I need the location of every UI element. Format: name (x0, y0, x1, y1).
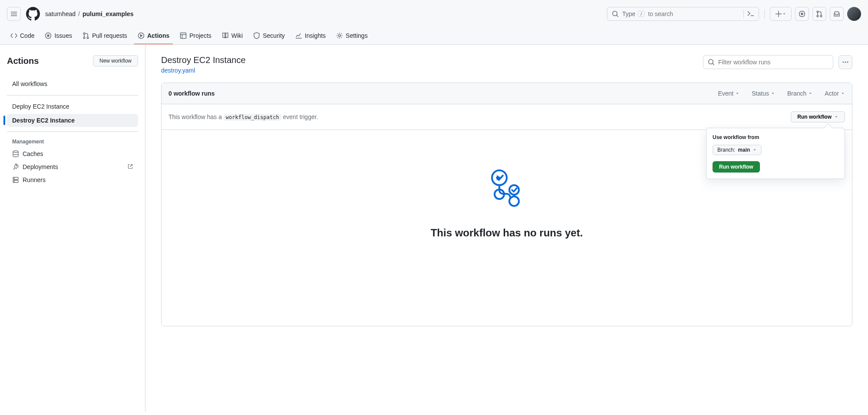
management-caches[interactable]: Caches (7, 147, 138, 160)
nav-pull-requests[interactable]: Pull requests (79, 28, 131, 44)
nav-code[interactable]: Code (7, 28, 38, 44)
svg-point-12 (339, 35, 341, 37)
caret-down-icon (808, 91, 812, 96)
create-new-button[interactable] (770, 7, 792, 21)
pull-request-icon (816, 10, 823, 17)
dispatch-code: workflow_dispatch (224, 114, 281, 121)
header-right: Type / (607, 7, 861, 21)
nav-wiki[interactable]: Wiki (218, 28, 246, 44)
svg-rect-11 (181, 33, 186, 39)
user-avatar[interactable] (847, 7, 861, 21)
notifications-button[interactable] (830, 7, 844, 21)
svg-point-4 (820, 15, 822, 17)
svg-point-24 (509, 196, 519, 206)
workflow-item-destroy[interactable]: Destroy EC2 Instance (7, 114, 138, 127)
branch-select[interactable]: Branch: main (713, 145, 762, 155)
svg-point-8 (83, 37, 85, 39)
empty-state-text: This workflow has no runs yet. (431, 227, 583, 239)
filter-actor[interactable]: Actor (825, 90, 845, 97)
pull-request-icon (83, 32, 89, 39)
svg-point-6 (47, 35, 49, 37)
run-workflow-submit[interactable]: Run workflow (713, 161, 760, 173)
filter-runs-box[interactable] (703, 55, 833, 69)
filter-event[interactable]: Event (718, 90, 739, 97)
filter-status[interactable]: Status (752, 90, 775, 97)
sidebar-header: Actions New workflow (7, 55, 138, 66)
command-palette-icon[interactable] (743, 10, 754, 18)
global-search[interactable]: Type / (607, 7, 759, 21)
management-heading: Management (7, 136, 138, 147)
sidebar: Actions New workflow All workflows Deplo… (0, 45, 145, 412)
plus-icon (775, 10, 782, 17)
book-icon (222, 32, 229, 39)
issues-button[interactable] (795, 7, 809, 21)
caret-down-icon (834, 115, 838, 119)
nav-actions[interactable]: Actions (134, 28, 173, 44)
nav-projects[interactable]: Projects (176, 28, 215, 44)
issue-icon (45, 32, 52, 39)
search-icon (612, 10, 619, 17)
inbox-icon (833, 10, 840, 17)
filter-branch[interactable]: Branch (787, 90, 812, 97)
caret-down-icon (841, 91, 845, 96)
svg-point-17 (14, 181, 14, 182)
github-mark-icon (26, 7, 40, 21)
nav-insights[interactable]: Insights (292, 28, 329, 44)
app-header: saturnhead / pulumi_examples Type / (0, 0, 868, 28)
code-icon (10, 32, 17, 39)
external-link-icon (128, 163, 133, 170)
runs-count: 0 workflow runs (168, 90, 215, 97)
nav-issues[interactable]: Issues (41, 28, 75, 44)
caret-down-icon (771, 91, 775, 96)
sidebar-divider (7, 95, 138, 96)
svg-point-3 (817, 15, 818, 17)
divider (764, 10, 765, 18)
nav-settings[interactable]: Settings (333, 28, 371, 44)
nav-security[interactable]: Security (250, 28, 288, 44)
github-logo[interactable] (26, 7, 40, 21)
repo-nav: Code Issues Pull requests Actions Projec… (0, 28, 868, 45)
filter-bar: Event Status Branch Actor (718, 90, 845, 97)
filter-runs-input[interactable] (718, 59, 828, 66)
caret-down-icon (782, 12, 786, 16)
runs-header: 0 workflow runs Event Status Branch (162, 83, 852, 104)
svg-point-13 (13, 151, 18, 153)
repo-link[interactable]: pulumi_examples (83, 10, 134, 17)
search-input[interactable] (648, 10, 740, 17)
content-header: Destroy EC2 Instance destroy.yaml (161, 55, 852, 74)
breadcrumb: saturnhead / pulumi_examples (45, 10, 133, 17)
sidebar-title: Actions (7, 56, 39, 66)
dropdown-label: Use workflow from (713, 134, 838, 140)
svg-point-18 (843, 62, 844, 63)
rocket-icon (12, 163, 19, 170)
breadcrumb-separator: / (78, 10, 80, 17)
graph-icon (295, 32, 302, 39)
search-type-label: Type / (622, 10, 644, 17)
svg-point-1 (801, 13, 803, 15)
svg-point-20 (847, 62, 848, 63)
new-workflow-button[interactable]: New workflow (93, 55, 138, 66)
svg-point-2 (817, 11, 818, 13)
runs-box: 0 workflow runs Event Status Branch (161, 83, 852, 326)
caret-down-icon (735, 91, 739, 96)
svg-point-19 (845, 62, 846, 63)
yaml-file-link[interactable]: destroy.yaml (161, 67, 195, 74)
workflow-item-deploy[interactable]: Deploy EC2 Instance (7, 100, 138, 113)
owner-link[interactable]: saturnhead (45, 10, 76, 17)
gear-icon (336, 32, 343, 39)
shield-icon (253, 32, 260, 39)
caret-down-icon (752, 148, 757, 152)
run-workflow-dropdown: Use workflow from Branch: main Run workf… (706, 128, 845, 179)
page-title: Destroy EC2 Instance (161, 55, 246, 65)
all-workflows-link[interactable]: All workflows (7, 77, 138, 91)
content: Destroy EC2 Instance destroy.yaml 0 work… (145, 45, 868, 412)
run-workflow-button[interactable]: Run workflow (791, 111, 845, 123)
pull-requests-button[interactable] (812, 7, 826, 21)
dispatch-row: This workflow has a workflow_dispatch ev… (162, 104, 852, 130)
empty-illustration (487, 169, 526, 209)
management-runners[interactable]: Runners (7, 173, 138, 186)
sidebar-divider (7, 131, 138, 132)
more-options-button[interactable] (838, 55, 852, 69)
management-deployments[interactable]: Deployments (7, 160, 138, 173)
hamburger-menu-button[interactable] (7, 7, 21, 21)
